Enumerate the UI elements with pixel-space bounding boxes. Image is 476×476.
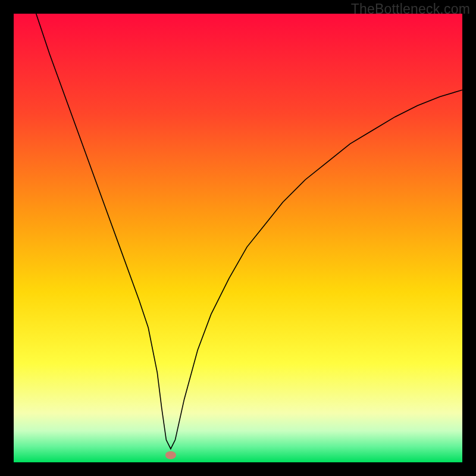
chart-svg	[14, 14, 462, 462]
chart-frame	[14, 14, 462, 462]
watermark-text: TheBottleneck.com	[351, 1, 470, 17]
gradient-background	[14, 14, 462, 462]
optimal-point-marker	[165, 451, 176, 459]
